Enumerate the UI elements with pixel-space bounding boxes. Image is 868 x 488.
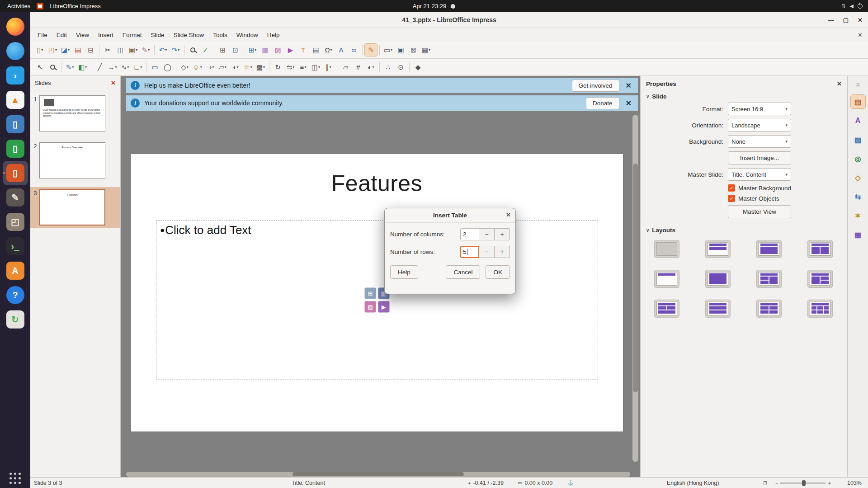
- paste-icon[interactable]: ▣▾: [127, 44, 139, 56]
- align-objects-icon[interactable]: ≡▾: [297, 61, 309, 73]
- delete-slide-icon[interactable]: ⊠: [407, 44, 420, 56]
- master-view-button[interactable]: Master View: [728, 205, 791, 218]
- clock[interactable]: Apr 21 23:29: [413, 3, 446, 9]
- rows-increment-button[interactable]: +: [495, 246, 510, 258]
- network-icon[interactable]: ⇅: [841, 3, 845, 9]
- fill-color-icon[interactable]: ◧▾: [76, 61, 89, 73]
- get-involved-button[interactable]: Get involved: [572, 80, 619, 92]
- menu-slide-show[interactable]: Slide Show: [169, 30, 209, 40]
- slide-canvas[interactable]: Features ● Click to add Text ⊞ ▥ ▨ ▶: [130, 154, 623, 432]
- file-manager-launcher[interactable]: ◰: [3, 210, 28, 234]
- properties-deck-icon[interactable]: ▤: [851, 95, 865, 108]
- insert-audio-video-icon[interactable]: ▶: [284, 44, 297, 56]
- insert-header-footer-icon[interactable]: ▤: [310, 44, 322, 56]
- sidebar-settings-icon[interactable]: ≡: [851, 80, 865, 90]
- show-applications-button[interactable]: [9, 473, 21, 484]
- connectors-icon[interactable]: ∟▾: [132, 61, 144, 73]
- layout-title-6content[interactable]: [807, 300, 833, 318]
- horizontal-scrollbar[interactable]: [126, 472, 630, 477]
- dropdown-arrow-icon[interactable]: ▾: [127, 65, 129, 69]
- curves-and-polygons-icon[interactable]: ∿▾: [119, 61, 131, 73]
- duplicate-slide-icon[interactable]: ▣: [395, 44, 407, 56]
- slide-layout-icon[interactable]: ▦▾: [420, 44, 432, 56]
- insert-fontwork-icon[interactable]: A: [335, 44, 347, 56]
- dropdown-arrow-icon[interactable]: ▾: [187, 65, 189, 69]
- master-background-checkbox[interactable]: ✓: [728, 184, 735, 192]
- slides-panel-close-icon[interactable]: ✕: [111, 80, 116, 86]
- infobar-close-icon[interactable]: ✕: [624, 81, 633, 90]
- rows-decrement-button[interactable]: −: [479, 246, 495, 258]
- slide-transition-deck-icon[interactable]: ⇆: [851, 190, 865, 203]
- block-arrows-icon[interactable]: ⇒▾: [204, 61, 216, 73]
- flip-icon[interactable]: ⇋▾: [284, 61, 297, 73]
- slide-title-text[interactable]: Features: [131, 170, 623, 197]
- window-titlebar[interactable]: 41_3.pptx - LibreOffice Impress — ▢ ✕: [30, 12, 868, 28]
- properties-close-icon[interactable]: ✕: [837, 80, 842, 87]
- dropdown-arrow-icon[interactable]: ▾: [72, 65, 74, 69]
- infobar-close-icon[interactable]: ✕: [624, 99, 633, 108]
- layout-title-only[interactable]: [654, 270, 679, 288]
- insert-hyperlink-icon[interactable]: ∞: [348, 44, 360, 56]
- layout-title-2content[interactable]: [807, 240, 833, 258]
- insert-text-box-icon[interactable]: T: [297, 44, 309, 56]
- dropdown-arrow-icon[interactable]: ▾: [212, 65, 214, 69]
- rotate-icon[interactable]: ↻: [272, 61, 284, 73]
- focused-app-name[interactable]: LibreOffice Impress: [50, 3, 100, 9]
- dropdown-arrow-icon[interactable]: ▾: [318, 65, 320, 69]
- dropdown-arrow-icon[interactable]: ▾: [140, 65, 142, 69]
- layouts-section-header[interactable]: ∨ Layouts: [641, 225, 847, 236]
- print-icon[interactable]: ⊟: [85, 44, 97, 56]
- distribute-selection-icon[interactable]: ∥▾: [322, 61, 335, 73]
- menu-help[interactable]: Help: [263, 30, 284, 40]
- menu-file[interactable]: File: [33, 30, 52, 40]
- line-color-icon[interactable]: ✎▾: [64, 61, 76, 73]
- dropdown-arrow-icon[interactable]: ▾: [225, 65, 226, 69]
- ellipse-icon[interactable]: ◯: [161, 61, 174, 73]
- dropdown-arrow-icon[interactable]: ▾: [255, 48, 256, 52]
- master-slide-dropdown[interactable]: Title, Content ▾: [728, 168, 791, 181]
- menu-window[interactable]: Window: [232, 30, 263, 40]
- insert-media-placeholder-icon[interactable]: ▶: [378, 301, 390, 313]
- layout-blank[interactable]: [654, 240, 679, 258]
- vlc-launcher[interactable]: ▲: [3, 88, 28, 112]
- libreoffice-calc-launcher[interactable]: ▯: [3, 136, 28, 161]
- insert-image-icon[interactable]: ▨: [272, 44, 284, 56]
- menu-format[interactable]: Format: [118, 30, 146, 40]
- slide-thumbnail-3[interactable]: 3Features: [30, 187, 120, 228]
- dropdown-arrow-icon[interactable]: ▾: [115, 65, 117, 69]
- image-filter-icon[interactable]: ◐▾: [365, 61, 377, 73]
- display-grid-icon[interactable]: ⊞: [217, 44, 229, 56]
- columns-increment-button[interactable]: +: [495, 228, 510, 240]
- dropdown-arrow-icon[interactable]: ▾: [304, 65, 306, 69]
- spelling-icon[interactable]: ✓: [199, 44, 212, 56]
- undo-icon[interactable]: ↶▾: [157, 44, 169, 56]
- dropdown-arrow-icon[interactable]: ▾: [55, 48, 57, 52]
- show-draw-functions-icon[interactable]: ✎: [365, 44, 377, 56]
- insert-image-button[interactable]: Insert Image...: [728, 151, 791, 164]
- libreoffice-writer-launcher[interactable]: ▯: [3, 112, 28, 136]
- master-slides-deck-icon[interactable]: ▦: [851, 228, 865, 241]
- layout-centered-text[interactable]: [705, 270, 731, 288]
- new-presentation-icon[interactable]: ▯▾: [34, 44, 46, 56]
- dropdown-arrow-icon[interactable]: ▾: [165, 48, 167, 52]
- donate-button[interactable]: Donate: [586, 97, 619, 109]
- insert-shapes-icon[interactable]: ▭▾: [382, 44, 394, 56]
- thunderbird-launcher[interactable]: [3, 39, 28, 63]
- slide-section-header[interactable]: ∨ Slide: [641, 91, 847, 103]
- dropdown-arrow-icon[interactable]: ▾: [178, 48, 179, 52]
- navigator-deck-icon[interactable]: ◎: [851, 152, 865, 165]
- copy-icon[interactable]: ◫: [114, 44, 127, 56]
- help-launcher[interactable]: ?: [3, 283, 28, 307]
- vscode-launcher[interactable]: ›: [3, 63, 28, 88]
- firefox-launcher[interactable]: [3, 14, 28, 39]
- vertical-scrollbar-thumb[interactable]: [633, 164, 638, 393]
- rows-input[interactable]: 5: [460, 246, 479, 258]
- layout-title-content[interactable]: [756, 240, 782, 258]
- layout-title-content-over-content[interactable]: [705, 300, 731, 318]
- layout-name-status[interactable]: Title, Content: [292, 480, 325, 486]
- fit-slide-icon[interactable]: ⊡: [763, 480, 767, 486]
- slide-thumbnail-canvas[interactable]: Product Overview: [39, 142, 105, 178]
- basic-shapes-icon[interactable]: ◇▾: [179, 61, 191, 73]
- slide-thumbnail-2[interactable]: 2Product Overview: [30, 140, 120, 181]
- dropdown-arrow-icon[interactable]: ▾: [85, 65, 87, 69]
